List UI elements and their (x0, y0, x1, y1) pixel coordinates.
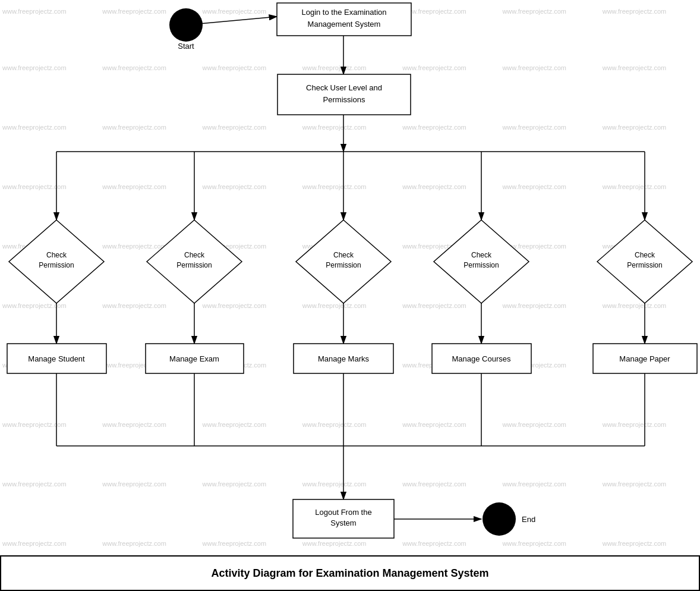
end-label: End (522, 515, 535, 524)
diagram-title: Activity Diagram for Examination Managem… (211, 567, 488, 580)
end-circle (483, 502, 516, 536)
check-perm-text-2b: Permission (176, 261, 212, 269)
manage-student-text: Manage Student (28, 354, 85, 363)
logout-text-2: System (330, 518, 356, 527)
check-user-level-box (278, 74, 411, 115)
login-text-1: Login to the Examination (301, 8, 386, 17)
check-perm-text-3b: Permission (326, 261, 361, 269)
manage-paper-text: Manage Paper (619, 354, 670, 363)
manage-exam-text: Manage Exam (169, 354, 219, 363)
start-label: Start (178, 42, 194, 51)
check-perm-text-4a: Check (471, 251, 492, 259)
check-perm-text-1a: Check (46, 251, 67, 259)
check-perm-text-3a: Check (333, 251, 354, 259)
logout-text-1: Logout From the (315, 508, 371, 517)
start-circle (169, 8, 203, 42)
flowchart-svg: Start Login to the Examination Managemen… (0, 0, 700, 555)
title-bar: Activity Diagram for Examination Managem… (0, 555, 700, 591)
login-text-2: Management System (308, 20, 381, 29)
diagram-container: www.freeprojectz.com www.freeprojectz.co… (0, 0, 700, 591)
check-perm-text-1b: Permission (39, 261, 74, 269)
check-perm-text-5b: Permission (627, 261, 662, 269)
check-user-level-text-2: Permissions (323, 95, 365, 104)
check-perm-text-5a: Check (635, 251, 655, 259)
check-perm-text-2a: Check (184, 251, 205, 259)
manage-courses-text: Manage Courses (452, 354, 511, 363)
check-user-level-text-1: Check User Level and (306, 83, 382, 92)
manage-marks-text: Manage Marks (318, 354, 369, 363)
check-perm-text-4b: Permission (463, 261, 499, 269)
